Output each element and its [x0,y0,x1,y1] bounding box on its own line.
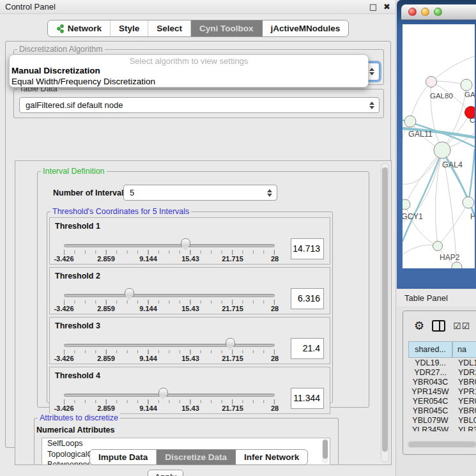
tab-network-label: Network [68,24,102,33]
node-gal4[interactable] [434,142,450,158]
dropdown-option-manual[interactable]: Manual Discretization [10,66,368,77]
threshold-1-slider[interactable] [64,244,275,247]
settings-scrollbar-thumb[interactable] [382,167,388,452]
select-rows-checkboxes-icon[interactable]: ☑☑ [453,321,470,331]
table-row[interactable]: YER054CYER05 [408,397,476,406]
slider-ticks [64,250,275,254]
columns-icon[interactable] [432,320,445,332]
list-scrollbar[interactable] [322,439,328,464]
threshold-4-slider[interactable] [64,394,275,397]
column-header-name[interactable]: na [452,341,476,358]
zoom-traffic-icon[interactable] [434,8,442,16]
table-row[interactable]: YBR043CYBR04 [408,378,476,387]
threshold-1-value-field[interactable]: 14.713 [291,238,324,259]
dropdown-option-equal-width[interactable]: Equal Width/Frequency Discretization [10,77,368,88]
threshold-2-value-field[interactable]: 6.316 [291,288,324,309]
float-window-icon[interactable]: □ [369,3,377,11]
slider-scale-labels: -3.426 2.859 9.144 15.43 21.715 28 [64,255,275,263]
gear-icon[interactable]: ⚙ [414,320,424,332]
table-row[interactable]: YPR145WYPR14 [408,387,476,397]
node-label-h: H [470,212,475,221]
table-data-groupbox: Table Data galFiltered.sif default node [13,89,384,118]
network-graph: GAL80 GA C GAL11 GAL4 GCY1 H HAP2 [403,24,475,268]
settings-scrollbar[interactable] [381,163,389,463]
tab-network[interactable]: Network [48,20,111,36]
tab-style[interactable]: Style [111,20,148,36]
threshold-4-value-field[interactable]: 11.344 [291,388,324,409]
column-header-shared-name[interactable]: shared... [408,341,452,358]
top-tabbar: Network Style Select Cyni Toolbox jActiv… [0,20,396,37]
threshold-row-2: Threshold 2 -3.426 2.859 9.144 [49,267,330,314]
threshold-1-slider-thumb[interactable] [181,238,190,247]
table-panel-window: ⚙ ☑☑ shared... na YDL19...YDL19 YDR27...… [403,311,476,455]
table-toolbar: ⚙ ☑☑ [403,314,476,338]
slider-scale-labels: -3.426 2.859 9.144 15.43 21.715 28 [64,305,275,313]
table-body[interactable]: YDL19...YDL19 YDR27...YDR27 YBR043CYBR04… [408,358,476,431]
close-traffic-icon[interactable] [408,8,417,16]
tab-discretize-data[interactable]: Discretize Data [157,450,236,464]
table-panel-title: Table Panel [404,293,448,303]
minimize-traffic-icon[interactable] [421,8,429,16]
node-label-gal4: GAL4 [442,160,463,169]
table-data-combo[interactable]: galFiltered.sif default node [19,97,380,113]
node-h[interactable] [463,197,474,208]
tab-select[interactable]: Select [148,20,191,36]
threshold-3-value-field[interactable]: 21.4 [291,338,324,359]
slider-ticks [64,400,275,403]
numerical-attributes-label: Numerical Attributes [36,426,114,434]
node-ga[interactable] [461,79,472,91]
close-window-icon[interactable]: ✖ [383,3,390,11]
node-gcy1[interactable] [403,199,410,210]
bottom-tabbar: Impute Data Discretize Data Infer Networ… [89,449,308,465]
network-icon [56,24,65,33]
apply-button[interactable]: Apply [148,470,183,476]
node-gal11[interactable] [404,116,416,127]
thresholds-groupbox: Threshold's Coordinates for 5 Intervals … [47,211,333,403]
network-window-titlebar[interactable] [401,4,476,20]
node-label-hap2: HAP2 [440,253,460,262]
table-row[interactable]: YDR27...YDR27 [408,368,476,378]
slider-ticks [64,350,275,353]
combo-arrows-icon [369,68,374,75]
table-data-combo-value: galFiltered.sif default node [26,100,123,110]
combo-arrows-icon [267,189,272,197]
threshold-row-4: Threshold 4 -3.426 2.859 9.144 [49,367,330,414]
table-row[interactable]: YLR345WYLR34 [408,426,476,431]
table-row[interactable]: YBR045CYBR04 [408,406,476,416]
num-intervals-value: 5 [130,188,134,197]
thresholds-group-title: Threshold's Coordinates for 5 Intervals [50,207,191,216]
threshold-row-1: Threshold 1 -3.426 2.859 9.144 [49,217,330,265]
table-row[interactable]: YBL079WYBL07 [408,416,476,426]
slider-scale-labels: -3.426 2.859 9.144 15.43 21.715 28 [64,355,275,363]
node-label-ga: GA [464,91,475,98]
threshold-row-3: Threshold 3 -3.426 2.859 9.144 [49,317,330,364]
tab-jactivemnodules[interactable]: jActiveMNodules [263,20,349,36]
tab-infer-network[interactable]: Infer Network [236,450,307,464]
node-hap2[interactable] [433,242,443,251]
threshold-2-slider[interactable] [64,294,275,297]
node-gal80[interactable] [426,77,437,88]
threshold-4-slider-thumb[interactable] [158,388,168,396]
algorithm-group-title: Discretization Algorithm [17,45,105,54]
threshold-3-slider-thumb[interactable] [226,338,235,346]
table-row[interactable]: YDL19...YDL19 [408,358,476,368]
num-intervals-combo[interactable]: 5 [123,185,277,201]
interval-groupbox: Interval Definition Number of Intervals … [37,171,369,408]
tab-impute-data[interactable]: Impute Data [90,450,157,464]
cyni-content-panel: Discretization Algorithm Table Data galF… [5,41,391,448]
list-item[interactable]: SelfLoops [42,438,330,449]
tab-cyni-toolbox[interactable]: Cyni Toolbox [191,20,263,36]
control-panel-title: Control Panel [5,2,56,12]
network-canvas[interactable]: GAL80 GA C GAL11 GAL4 GCY1 H HAP2 [403,24,475,268]
node-label-c: C [470,116,475,124]
settings-scroll-panel: Interval Definition Number of Intervals … [15,160,392,465]
node-label-gal80: GAL80 [430,92,453,100]
combo-arrows-icon [369,102,374,109]
slider-ticks [64,300,275,303]
table-horizontal-scrollbar[interactable] [407,441,476,448]
table-horizontal-scrollbar-thumb[interactable] [408,441,476,447]
node-partial[interactable] [452,262,462,268]
control-panel-window: Control Panel □ ✖ Network Sty [0,0,396,476]
threshold-3-slider[interactable] [64,344,275,347]
threshold-2-slider-thumb[interactable] [125,288,134,296]
